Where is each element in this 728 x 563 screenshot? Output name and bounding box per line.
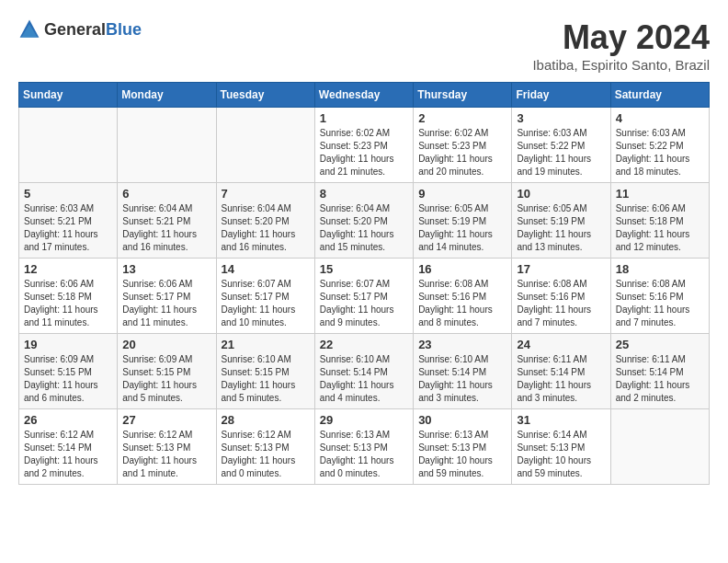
day-number: 23	[418, 338, 506, 351]
calendar-cell: 28Sunrise: 6:12 AM Sunset: 5:13 PM Dayli…	[216, 409, 314, 485]
calendar-cell: 23Sunrise: 6:10 AM Sunset: 5:14 PM Dayli…	[414, 334, 512, 409]
day-of-week-header: Saturday	[610, 83, 709, 108]
days-of-week-row: SundayMondayTuesdayWednesdayThursdayFrid…	[19, 83, 710, 108]
day-number: 19	[24, 338, 112, 351]
day-number: 1	[320, 111, 408, 125]
day-number: 8	[320, 187, 408, 201]
day-number: 7	[222, 187, 310, 201]
day-info: Sunrise: 6:06 AM Sunset: 5:18 PM Dayligh…	[24, 278, 112, 329]
calendar-header: SundayMondayTuesdayWednesdayThursdayFrid…	[19, 83, 710, 108]
calendar-cell: 10Sunrise: 6:05 AM Sunset: 5:19 PM Dayli…	[512, 183, 610, 259]
calendar-week-row: 12Sunrise: 6:06 AM Sunset: 5:18 PM Dayli…	[19, 259, 710, 334]
logo-blue: Blue	[106, 20, 142, 39]
day-info: Sunrise: 6:02 AM Sunset: 5:23 PM Dayligh…	[320, 127, 408, 178]
calendar-cell: 14Sunrise: 6:07 AM Sunset: 5:17 PM Dayli…	[216, 259, 314, 334]
calendar-cell: 5Sunrise: 6:03 AM Sunset: 5:21 PM Daylig…	[19, 183, 118, 259]
day-number: 21	[222, 338, 310, 351]
logo-general: General	[44, 20, 106, 39]
day-info: Sunrise: 6:04 AM Sunset: 5:21 PM Dayligh…	[122, 202, 210, 254]
day-info: Sunrise: 6:14 AM Sunset: 5:13 PM Dayligh…	[517, 429, 605, 480]
day-info: Sunrise: 6:03 AM Sunset: 5:21 PM Dayligh…	[24, 202, 112, 254]
day-number: 18	[616, 262, 704, 276]
day-info: Sunrise: 6:08 AM Sunset: 5:16 PM Dayligh…	[616, 278, 704, 329]
calendar-cell: 13Sunrise: 6:06 AM Sunset: 5:17 PM Dayli…	[118, 259, 216, 334]
day-info: Sunrise: 6:07 AM Sunset: 5:17 PM Dayligh…	[320, 278, 408, 329]
day-number: 6	[122, 187, 210, 201]
calendar-cell: 6Sunrise: 6:04 AM Sunset: 5:21 PM Daylig…	[118, 183, 216, 259]
calendar-cell: 27Sunrise: 6:12 AM Sunset: 5:13 PM Dayli…	[118, 409, 216, 485]
day-number: 24	[517, 338, 605, 351]
day-info: Sunrise: 6:07 AM Sunset: 5:17 PM Dayligh…	[222, 278, 310, 329]
day-of-week-header: Tuesday	[216, 83, 314, 108]
day-info: Sunrise: 6:13 AM Sunset: 5:13 PM Dayligh…	[320, 429, 408, 480]
calendar-cell	[19, 108, 118, 183]
day-info: Sunrise: 6:12 AM Sunset: 5:13 PM Dayligh…	[122, 429, 210, 480]
title-block: May 2024 Ibatiba, Espirito Santo, Brazil	[532, 18, 710, 73]
day-info: Sunrise: 6:11 AM Sunset: 5:14 PM Dayligh…	[517, 353, 605, 405]
calendar-week-row: 5Sunrise: 6:03 AM Sunset: 5:21 PM Daylig…	[19, 183, 710, 259]
location-subtitle: Ibatiba, Espirito Santo, Brazil	[532, 57, 710, 73]
day-number: 15	[320, 262, 408, 276]
calendar-table: SundayMondayTuesdayWednesdayThursdayFrid…	[18, 82, 710, 485]
calendar-cell	[610, 409, 709, 485]
calendar-cell: 15Sunrise: 6:07 AM Sunset: 5:17 PM Dayli…	[314, 259, 413, 334]
day-of-week-header: Thursday	[414, 83, 512, 108]
day-info: Sunrise: 6:03 AM Sunset: 5:22 PM Dayligh…	[616, 127, 704, 178]
day-number: 12	[24, 262, 112, 276]
calendar-cell: 29Sunrise: 6:13 AM Sunset: 5:13 PM Dayli…	[314, 409, 413, 485]
day-info: Sunrise: 6:09 AM Sunset: 5:15 PM Dayligh…	[122, 353, 210, 405]
calendar-cell: 9Sunrise: 6:05 AM Sunset: 5:19 PM Daylig…	[414, 183, 512, 259]
day-number: 3	[517, 111, 605, 125]
day-info: Sunrise: 6:04 AM Sunset: 5:20 PM Dayligh…	[222, 202, 310, 254]
calendar-cell: 20Sunrise: 6:09 AM Sunset: 5:15 PM Dayli…	[118, 334, 216, 409]
page-header: GeneralBlue May 2024 Ibatiba, Espirito S…	[18, 18, 710, 73]
calendar-week-row: 1Sunrise: 6:02 AM Sunset: 5:23 PM Daylig…	[19, 108, 710, 183]
calendar-cell: 22Sunrise: 6:10 AM Sunset: 5:14 PM Dayli…	[314, 334, 413, 409]
calendar-cell	[118, 108, 216, 183]
day-info: Sunrise: 6:09 AM Sunset: 5:15 PM Dayligh…	[24, 353, 112, 405]
logo-text: GeneralBlue	[44, 20, 142, 40]
day-number: 5	[24, 187, 112, 201]
day-number: 17	[517, 262, 605, 276]
calendar-cell: 24Sunrise: 6:11 AM Sunset: 5:14 PM Dayli…	[512, 334, 610, 409]
logo-icon	[18, 18, 40, 40]
calendar-cell: 31Sunrise: 6:14 AM Sunset: 5:13 PM Dayli…	[512, 409, 610, 485]
day-info: Sunrise: 6:06 AM Sunset: 5:17 PM Dayligh…	[122, 278, 210, 329]
day-number: 20	[122, 338, 210, 351]
day-info: Sunrise: 6:02 AM Sunset: 5:23 PM Dayligh…	[418, 127, 506, 178]
day-info: Sunrise: 6:08 AM Sunset: 5:16 PM Dayligh…	[418, 278, 506, 329]
calendar-cell: 8Sunrise: 6:04 AM Sunset: 5:20 PM Daylig…	[314, 183, 413, 259]
day-info: Sunrise: 6:12 AM Sunset: 5:14 PM Dayligh…	[24, 429, 112, 480]
day-number: 2	[418, 111, 506, 125]
day-info: Sunrise: 6:03 AM Sunset: 5:22 PM Dayligh…	[517, 127, 605, 178]
calendar-cell: 11Sunrise: 6:06 AM Sunset: 5:18 PM Dayli…	[610, 183, 709, 259]
calendar-cell: 7Sunrise: 6:04 AM Sunset: 5:20 PM Daylig…	[216, 183, 314, 259]
day-number: 31	[517, 413, 605, 427]
calendar-cell: 19Sunrise: 6:09 AM Sunset: 5:15 PM Dayli…	[19, 334, 118, 409]
calendar-cell: 12Sunrise: 6:06 AM Sunset: 5:18 PM Dayli…	[19, 259, 118, 334]
day-number: 25	[616, 338, 704, 351]
calendar-cell: 4Sunrise: 6:03 AM Sunset: 5:22 PM Daylig…	[610, 108, 709, 183]
day-info: Sunrise: 6:10 AM Sunset: 5:14 PM Dayligh…	[418, 353, 506, 405]
day-number: 10	[517, 187, 605, 201]
day-number: 29	[320, 413, 408, 427]
calendar-week-row: 26Sunrise: 6:12 AM Sunset: 5:14 PM Dayli…	[19, 409, 710, 485]
day-number: 13	[122, 262, 210, 276]
calendar-cell: 2Sunrise: 6:02 AM Sunset: 5:23 PM Daylig…	[414, 108, 512, 183]
day-number: 22	[320, 338, 408, 351]
day-number: 27	[122, 413, 210, 427]
day-info: Sunrise: 6:04 AM Sunset: 5:20 PM Dayligh…	[320, 202, 408, 254]
day-info: Sunrise: 6:11 AM Sunset: 5:14 PM Dayligh…	[616, 353, 704, 405]
logo: GeneralBlue	[18, 18, 142, 40]
day-number: 26	[24, 413, 112, 427]
calendar-cell: 26Sunrise: 6:12 AM Sunset: 5:14 PM Dayli…	[19, 409, 118, 485]
calendar-cell: 21Sunrise: 6:10 AM Sunset: 5:15 PM Dayli…	[216, 334, 314, 409]
day-of-week-header: Monday	[118, 83, 216, 108]
day-info: Sunrise: 6:10 AM Sunset: 5:15 PM Dayligh…	[222, 353, 310, 405]
calendar-cell: 3Sunrise: 6:03 AM Sunset: 5:22 PM Daylig…	[512, 108, 610, 183]
day-number: 14	[222, 262, 310, 276]
day-number: 11	[616, 187, 704, 201]
calendar-cell: 18Sunrise: 6:08 AM Sunset: 5:16 PM Dayli…	[610, 259, 709, 334]
calendar-cell: 30Sunrise: 6:13 AM Sunset: 5:13 PM Dayli…	[414, 409, 512, 485]
calendar-cell	[216, 108, 314, 183]
